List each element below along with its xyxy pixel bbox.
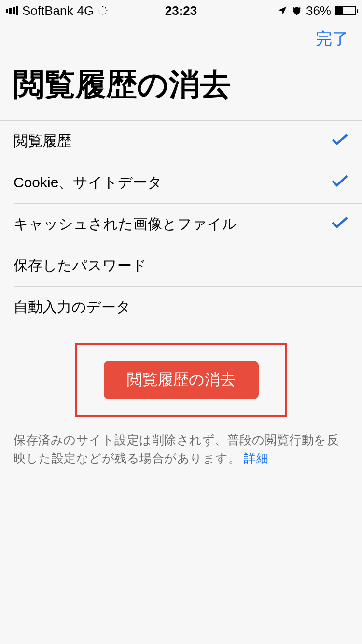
footer-note: 保存済みのサイト設定は削除されず、普段の閲覧行動を反映した設定などが残る場合があ… [0,425,362,473]
clock: 23:23 [0,3,362,18]
battery-icon [335,6,356,15]
check-icon [331,133,348,150]
clear-options-list: 閲覧履歴 Cookie、サイトデータ キャッシュされた画像とファイル 保存したパ… [0,121,362,328]
option-label: Cookie、サイトデータ [14,173,162,193]
footer-text: 保存済みのサイト設定は削除されず、普段の閲覧行動を反映した設定などが残る場合があ… [14,433,339,465]
option-label: 閲覧履歴 [14,131,71,151]
status-bar: SoftBank 4G 23:23 36% [0,0,362,21]
option-autofill-data[interactable]: 自動入力のデータ [14,287,362,328]
option-saved-passwords[interactable]: 保存したパスワード [14,245,362,287]
check-icon [331,174,348,191]
highlight-box: 閲覧履歴の消去 [75,343,287,417]
option-label: 自動入力のデータ [14,297,131,317]
option-browsing-history[interactable]: 閲覧履歴 [14,121,362,162]
option-label: キャッシュされた画像とファイル [14,214,237,234]
clear-browsing-data-button[interactable]: 閲覧履歴の消去 [104,361,259,399]
done-button[interactable]: 完了 [316,28,348,50]
learn-more-link[interactable]: 詳細 [244,451,268,465]
option-cookies-site-data[interactable]: Cookie、サイトデータ [14,162,362,204]
option-cached-images-files[interactable]: キャッシュされた画像とファイル [14,204,362,245]
nav-bar: 完了 [0,21,362,55]
check-icon [331,216,348,233]
page-title: 閲覧履歴の消去 [0,55,362,121]
option-label: 保存したパスワード [14,256,147,276]
